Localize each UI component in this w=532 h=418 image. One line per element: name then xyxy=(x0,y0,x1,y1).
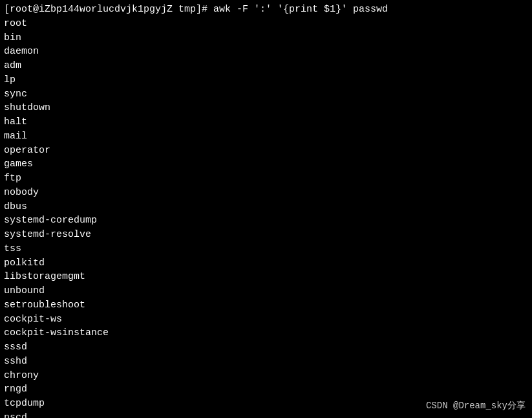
output-line: games xyxy=(4,157,528,171)
output-line: nscd xyxy=(4,411,528,418)
output-line: ftp xyxy=(4,171,528,186)
output-line: operator xyxy=(4,144,528,158)
output-line: daemon xyxy=(4,45,528,59)
output-line: systemd-coredump xyxy=(4,214,528,228)
output-line: cockpit-wsinstance xyxy=(4,326,528,340)
output-line: nobody xyxy=(4,186,528,200)
output-line: rngd xyxy=(4,382,528,397)
output-line: sssd xyxy=(4,340,528,355)
output-line: root xyxy=(4,17,528,31)
output-line: shutdown xyxy=(4,101,528,115)
output-line: libstoragemgmt xyxy=(4,270,528,284)
output-container: rootbindaemonadmlpsyncshutdownhaltmailop… xyxy=(4,17,528,418)
output-line: lp xyxy=(4,73,528,87)
output-line: setroubleshoot xyxy=(4,298,528,313)
output-line: adm xyxy=(4,59,528,73)
output-line: unbound xyxy=(4,284,528,298)
output-line: bin xyxy=(4,31,528,45)
output-line: tss xyxy=(4,242,528,256)
output-line: dbus xyxy=(4,200,528,214)
watermark: CSDN @Dream_sky分享 xyxy=(426,400,526,412)
terminal[interactable]: [root@iZbp144worlucdvjk1pgyjZ tmp]# awk … xyxy=(0,0,532,418)
output-line: sync xyxy=(4,87,528,102)
output-line: systemd-resolve xyxy=(4,228,528,242)
output-line: polkitd xyxy=(4,256,528,270)
output-line: mail xyxy=(4,129,528,144)
output-line: cockpit-ws xyxy=(4,313,528,327)
output-line: sshd xyxy=(4,355,528,369)
output-line: halt xyxy=(4,115,528,129)
command-line: [root@iZbp144worlucdvjk1pgyjZ tmp]# awk … xyxy=(4,3,528,17)
output-line: chrony xyxy=(4,369,528,383)
